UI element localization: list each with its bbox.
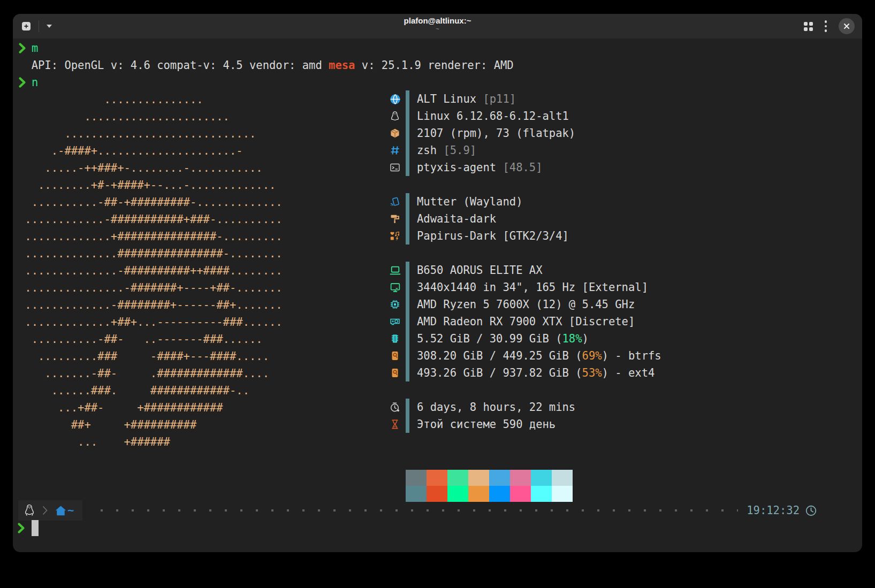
globe-icon [390, 94, 401, 105]
history-line-1: m [18, 40, 862, 57]
hash-icon [390, 145, 400, 156]
info-group-software: ALT Linux [p11] Linux 6.12.68-6.12-alt1 … [387, 90, 661, 176]
window-subtitle: ~ [13, 26, 862, 32]
menu-button[interactable] [825, 20, 827, 32]
separator-bar [406, 125, 409, 142]
separator-bar [406, 262, 409, 279]
active-prompt[interactable] [17, 520, 39, 536]
disk1-percent: 69% [582, 349, 602, 362]
separator-bar [406, 296, 409, 313]
icons-value: Papirus-Dark [GTK2/3/4] [417, 230, 569, 242]
separator-bar [406, 159, 409, 176]
close-icon [843, 22, 850, 30]
tab-dropdown-button[interactable] [47, 25, 52, 28]
terminal-viewport[interactable]: m API: OpenGL v: 4.6 compat-v: 4.5 vendo… [13, 39, 862, 552]
terminal-value: ptyxis-agent [417, 161, 503, 174]
palette-swatch [552, 470, 573, 486]
palette-swatch [552, 486, 573, 502]
prompt-chevron-icon [18, 42, 26, 54]
info-row-wm: Mutter (Wayland) [387, 193, 661, 210]
palette-swatch [510, 486, 531, 502]
palette-row-normal [406, 470, 573, 486]
info-row-os: ALT Linux [p11] [387, 90, 661, 108]
clock-icon [805, 505, 817, 517]
info-row-display: 3440x1440 in 34", 165 Hz [External] [387, 279, 661, 296]
new-tab-button[interactable] [20, 20, 32, 32]
gpu-icon [390, 316, 400, 327]
prompt-chevron-icon [18, 77, 26, 88]
tab-overview-button[interactable] [804, 22, 813, 31]
terminal-icon [390, 162, 400, 173]
disk2-value: 493.26 GiB / 937.82 GiB ( [417, 366, 582, 379]
current-directory: ~ [55, 502, 74, 519]
palette-swatch [531, 470, 552, 486]
output-text: v: 25.1.9 renderer: AMD [355, 59, 513, 72]
display-value: 3440x1440 in 34", 165 Hz [External] [417, 281, 648, 294]
paint-roller-icon [390, 213, 400, 224]
info-row-packages: 2107 (rpm), 73 (flatpak) [387, 125, 661, 142]
new-tab-icon [20, 20, 32, 32]
palette-row-bright [406, 486, 573, 502]
titlebar-separator [39, 20, 39, 32]
history-line-2: n [18, 74, 862, 91]
separator-bar [406, 364, 409, 381]
shell-value: zsh [417, 144, 443, 157]
window-manager-icon [390, 196, 400, 207]
memory-percent: 18% [562, 332, 582, 345]
info-row-theme: Adwaita-dark [387, 210, 661, 227]
hourglass-icon [390, 419, 400, 430]
command-output: API: OpenGL v: 4.6 compat-v: 4.5 vendor:… [18, 57, 862, 74]
prompt-filler-dots [94, 509, 738, 512]
info-row-gpu: AMD Radeon RX 7900 XTX [Discrete] [387, 313, 661, 330]
text-cursor [32, 520, 39, 536]
disk1-value-end: ) - btrfs [602, 349, 661, 362]
os-value: ALT Linux [417, 93, 483, 105]
info-row-icons: Papirus-Dark [GTK2/3/4] [387, 227, 661, 245]
age-value: Этой системе 590 день [417, 418, 556, 431]
color-palette [406, 470, 573, 502]
info-group-hardware: B650 AORUS ELITE AX 3440x1440 in 34", 16… [387, 262, 661, 381]
info-row-disk-1: 308.20 GiB / 449.25 GiB (69%) - btrfs [387, 347, 661, 364]
window-title: plafon@altlinux:~ [13, 16, 862, 25]
palette-swatch [489, 470, 510, 486]
palette-swatch [427, 470, 447, 486]
uptime-icon [390, 402, 400, 413]
separator-bar [406, 193, 409, 210]
palette-swatch [447, 470, 468, 486]
package-icon [390, 128, 400, 139]
separator-bar [406, 279, 409, 296]
kernel-value: Linux 6.12.68-6.12-alt1 [417, 110, 569, 123]
fastfetch-info: ALT Linux [p11] Linux 6.12.68-6.12-alt1 … [387, 90, 661, 450]
chevron-separator-icon [42, 505, 48, 516]
linux-penguin-icon [24, 504, 35, 517]
home-icon [55, 505, 67, 516]
icon-theme-icon [390, 231, 400, 241]
theme-value: Adwaita-dark [417, 212, 496, 225]
info-row-board: B650 AORUS ELITE AX [387, 262, 661, 279]
separator-bar [406, 90, 409, 108]
palette-swatch [510, 470, 531, 486]
palette-swatch [531, 486, 552, 502]
info-row-kernel: Linux 6.12.68-6.12-alt1 [387, 108, 661, 125]
palette-swatch [406, 470, 427, 486]
monitor-icon [390, 282, 401, 293]
wm-value: Mutter (Wayland) [417, 195, 522, 208]
memory-value: 5.52 GiB / 30.99 GiB ( [417, 332, 562, 345]
info-group-desktop: Mutter (Wayland) Adwaita-dark Papirus-Da… [387, 193, 661, 245]
separator-bar [406, 416, 409, 433]
prompt-chevron-icon [17, 522, 25, 534]
command-text: n [32, 74, 38, 91]
shell-version: [5.9] [443, 144, 476, 157]
separator-bar [406, 108, 409, 125]
prompt-context: ~ [18, 500, 82, 521]
cpu-value: AMD Ryzen 5 7600X (12) @ 5.45 GHz [417, 298, 635, 311]
titlebar: plafon@altlinux:~ ~ [13, 14, 862, 39]
terminal-version: [48.5] [503, 161, 542, 174]
info-row-memory: 5.52 GiB / 30.99 GiB (18%) [387, 330, 661, 347]
close-button[interactable] [839, 18, 855, 34]
separator-bar [406, 399, 409, 416]
separator-bar [406, 227, 409, 245]
cpu-icon [390, 299, 400, 310]
command-text: m [32, 40, 38, 57]
home-path-label: ~ [67, 502, 74, 519]
